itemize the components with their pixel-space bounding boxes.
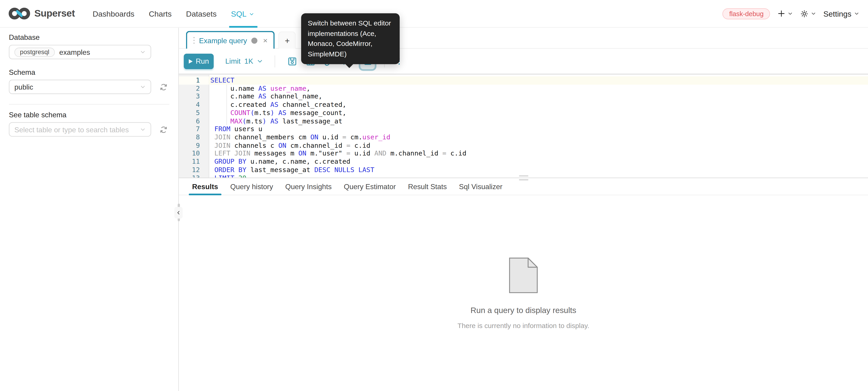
chevron-down-icon xyxy=(249,11,254,17)
settings-label: Settings xyxy=(824,9,851,18)
refresh-icon xyxy=(159,125,168,134)
chevron-down-icon xyxy=(140,49,146,55)
chevron-down-icon xyxy=(788,11,793,16)
schema-label: Schema xyxy=(9,68,169,76)
editor-results-splitter xyxy=(179,177,868,178)
tooltip-arrow xyxy=(345,64,354,68)
code-line-7: 7 FROM users u xyxy=(179,125,868,133)
empty-state-title: Run a query to display results xyxy=(471,306,577,315)
line-number: 1 xyxy=(179,76,209,85)
line-number: 5 xyxy=(179,109,209,117)
results-tab-sql-visualizer[interactable]: Sql Visualizer xyxy=(459,178,502,195)
brand-name: Superset xyxy=(34,8,75,19)
nav-item-datasets[interactable]: Datasets xyxy=(186,0,217,27)
nav-item-dashboards[interactable]: Dashboards xyxy=(93,0,134,27)
nav-item-sql[interactable]: SQL xyxy=(231,0,254,27)
run-query-button[interactable]: Run xyxy=(184,54,214,69)
line-number: 4 xyxy=(179,101,209,109)
editor-tabbar: Example query × + xyxy=(179,28,868,48)
play-icon xyxy=(189,59,192,63)
chevron-down-icon xyxy=(854,11,859,16)
line-number: 13 xyxy=(179,174,209,178)
nav-item-label: Datasets xyxy=(186,9,217,18)
sqllab-main: Example query × + Run Limit 1K xyxy=(179,28,868,391)
code-line-11: 11 GROUP BY u.name, c.name, c.created xyxy=(179,158,868,166)
theme-menu[interactable] xyxy=(800,9,816,18)
code-line-6: 6 MAX(m.ts) AS last_message_at xyxy=(179,117,868,125)
line-number: 3 xyxy=(179,93,209,101)
splitter-drag-handle[interactable] xyxy=(519,175,528,180)
results-tab-query-history[interactable]: Query history xyxy=(230,178,273,195)
top-navbar: Superset DashboardsChartsDatasetsSQL fla… xyxy=(0,0,868,28)
results-tab-query-insights[interactable]: Query Insights xyxy=(285,178,332,195)
line-number: 12 xyxy=(179,166,209,174)
line-number: 6 xyxy=(179,117,209,125)
chevron-down-icon xyxy=(140,84,146,90)
code-line-12: 12 ORDER BY last_message_at DESC NULLS L… xyxy=(179,166,868,174)
drag-handle-icon xyxy=(193,37,194,44)
save-icon xyxy=(287,56,297,66)
line-number: 11 xyxy=(179,158,209,166)
editor-toolbar: Run Limit 1K xyxy=(179,48,868,74)
save-query-button[interactable] xyxy=(284,53,301,69)
code-line-8: 8 JOIN channel_members cm ON u.id = cm.u… xyxy=(179,133,868,142)
schema-value: public xyxy=(14,83,33,91)
nav-item-label: Charts xyxy=(149,9,172,18)
refresh-tables-button[interactable] xyxy=(159,125,168,134)
sql-code-editor[interactable]: 1SELECT2 u.name AS user_name,3 c.name AS… xyxy=(179,74,868,178)
database-type-tag: postgresql xyxy=(14,47,55,57)
empty-document-icon xyxy=(509,257,538,293)
refresh-schemas-button[interactable] xyxy=(159,83,168,91)
line-number: 9 xyxy=(179,141,209,150)
tooltip-text: Switch between SQL editor implementation… xyxy=(308,19,391,58)
results-empty-state: Run a query to display results There is … xyxy=(179,195,868,391)
table-select[interactable]: Select table or type to search tables xyxy=(9,122,151,137)
code-line-4: 4 c.created AS channel_created, xyxy=(179,101,868,109)
unsaved-indicator-dot xyxy=(251,37,257,43)
database-select[interactable]: postgresql examples xyxy=(9,45,151,59)
database-label: Database xyxy=(9,33,169,42)
app-window: Superset DashboardsChartsDatasetsSQL fla… xyxy=(0,0,868,391)
line-number: 10 xyxy=(179,150,209,158)
limit-value: 1K xyxy=(244,57,253,65)
line-number: 2 xyxy=(179,85,209,93)
code-line-3: 3 c.name AS channel_name, xyxy=(179,93,868,101)
new-tab-button[interactable]: + xyxy=(279,32,296,48)
collapse-sidebar-button[interactable] xyxy=(175,207,183,219)
query-tab[interactable]: Example query × xyxy=(186,31,275,48)
results-tab-result-stats[interactable]: Result Stats xyxy=(408,178,447,195)
sidebar-divider xyxy=(9,104,169,104)
code-line-10: 10 LEFT JOIN messages m ON m."user" = u.… xyxy=(179,150,868,158)
nav-item-charts[interactable]: Charts xyxy=(149,0,172,27)
sql-editor-lines: 1SELECT2 u.name AS user_name,3 c.name AS… xyxy=(179,75,868,178)
code-line-5: 5 COUNT(m.ts) AS message_count, xyxy=(179,109,868,117)
chevron-down-icon xyxy=(257,58,263,64)
results-tab-results[interactable]: Results xyxy=(192,178,218,195)
environment-badge: flask-debug xyxy=(723,8,770,19)
refresh-icon xyxy=(159,83,168,91)
database-value: examples xyxy=(59,48,90,56)
chevron-down-icon xyxy=(140,127,146,132)
superset-logo[interactable]: Superset xyxy=(8,7,75,21)
sun-icon xyxy=(800,9,809,18)
line-number: 8 xyxy=(179,133,209,142)
nav-items: DashboardsChartsDatasetsSQL xyxy=(93,0,254,27)
switch-editor-tooltip: Switch between SQL editor implementation… xyxy=(301,13,400,64)
chevron-left-icon xyxy=(176,209,181,216)
schema-select[interactable]: public xyxy=(9,79,151,94)
results-tab-query-estimator[interactable]: Query Estimator xyxy=(344,178,396,195)
line-number: 7 xyxy=(179,125,209,133)
new-item-menu[interactable] xyxy=(777,9,793,18)
superset-infinity-icon xyxy=(8,7,30,21)
table-schema-label: See table schema xyxy=(9,111,169,119)
toolbar-divider xyxy=(275,55,275,67)
settings-menu[interactable]: Settings xyxy=(824,9,859,18)
nav-item-label: SQL xyxy=(231,9,247,18)
limit-label: Limit xyxy=(225,57,241,65)
table-select-placeholder: Select table or type to search tables xyxy=(14,125,129,134)
row-limit-dropdown[interactable]: Limit 1K xyxy=(225,57,263,65)
close-tab-icon[interactable]: × xyxy=(263,37,268,44)
navbar-right: flask-debug Settings xyxy=(723,8,859,19)
plus-icon xyxy=(777,9,786,18)
results-tabbar: ResultsQuery historyQuery InsightsQuery … xyxy=(179,178,868,195)
